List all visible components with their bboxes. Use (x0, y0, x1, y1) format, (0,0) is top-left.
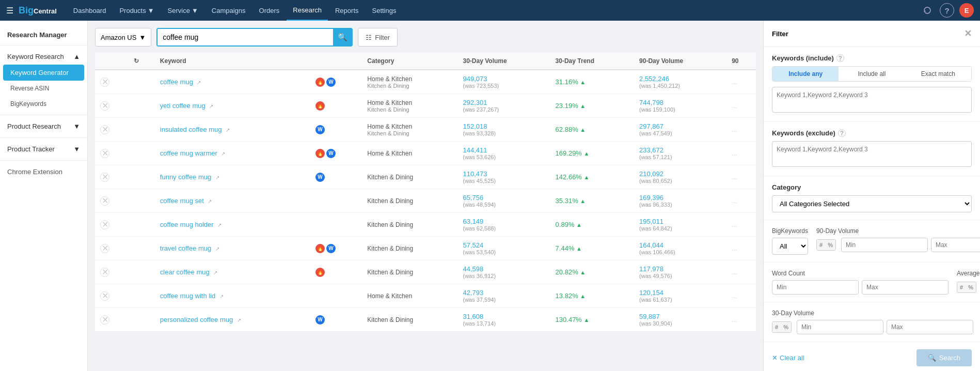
vol90-max-input[interactable] (931, 238, 980, 252)
sidebar-chrome-extension[interactable]: Chrome Extension (0, 164, 87, 180)
sidebar-product-research[interactable]: Product Research ▼ (0, 118, 87, 134)
external-link-icon[interactable]: ↗ (215, 246, 219, 252)
category-main: Kitchen & Dining (367, 221, 452, 228)
vol90-sub: (was 1,450,212) (639, 83, 721, 89)
row-remove-btn[interactable]: ✕ (100, 315, 109, 324)
vol30-pct[interactable]: % (781, 322, 791, 332)
row-remove-btn[interactable]: ✕ (100, 244, 109, 253)
fire-badge: 🔥 (315, 78, 325, 87)
nav-right: ? E (920, 3, 974, 18)
nav-avatar[interactable]: E (959, 3, 974, 18)
nav-campaigns[interactable]: Campaigns (206, 0, 252, 21)
external-link-icon[interactable]: ↗ (237, 317, 241, 323)
vol30-main: 57,524 (463, 241, 545, 249)
vol90-min-input[interactable] (841, 238, 928, 252)
external-link-icon[interactable]: ↗ (219, 293, 224, 299)
clear-all-button[interactable]: ✕ Clear all (772, 354, 804, 362)
keyword-link[interactable]: insulated coffee mug (160, 126, 222, 133)
vol30-min-input[interactable] (797, 320, 883, 334)
exclude-keywords-input[interactable] (772, 141, 972, 167)
vol30-hash[interactable]: # (772, 322, 781, 332)
nav-service[interactable]: Service▼ (162, 0, 204, 21)
nav-dashboard[interactable]: Dashboard (67, 0, 113, 21)
sidebar-keyword-generator[interactable]: Keyword Generator (3, 65, 84, 81)
external-link-icon[interactable]: ↗ (215, 175, 219, 180)
keyword-link[interactable]: coffee mug holder (160, 221, 214, 228)
wordcount-max-input[interactable] (862, 280, 949, 295)
keyword-link[interactable]: coffee mug with lid (160, 292, 215, 300)
row-remove-btn[interactable]: ✕ (100, 125, 109, 134)
external-link-icon[interactable]: ↗ (197, 80, 201, 85)
exclude-help-icon[interactable]: ? (838, 129, 846, 137)
keyword-link[interactable]: personalized coffee mug (160, 316, 233, 323)
trend30: 142.66% ▲ (556, 173, 590, 181)
vol30-max-input[interactable] (887, 320, 973, 334)
bigkeywords-select[interactable]: All (772, 238, 808, 255)
keyword-link[interactable]: yeti coffee mug (160, 102, 206, 110)
nav-settings[interactable]: Settings (366, 0, 403, 21)
avgsales-hash[interactable]: # (957, 282, 966, 292)
nav-products[interactable]: Products▼ (113, 0, 160, 21)
row-remove-btn[interactable]: ✕ (100, 268, 109, 277)
trend30: 20.82% ▲ (556, 268, 586, 276)
external-link-icon[interactable]: ↗ (221, 151, 225, 157)
keyword-link[interactable]: clear coffee mug (160, 268, 210, 276)
sidebar-bigkeywords[interactable]: BigKeywords (0, 96, 87, 112)
external-link-icon[interactable]: ↗ (213, 270, 217, 275)
filter-bigkw-vol90: BigKeywords All 90-Day Volume # % (764, 220, 980, 262)
nav-reports[interactable]: Reports (329, 0, 365, 21)
sidebar-reverse-asin[interactable]: Reverse ASIN (0, 81, 87, 96)
search-filter-button[interactable]: 🔍 Search (916, 349, 972, 366)
row-remove-btn[interactable]: ✕ (100, 196, 109, 206)
filter-close-button[interactable]: ✕ (964, 28, 972, 39)
keyword-link[interactable]: coffee mug (160, 78, 193, 86)
search-input[interactable] (157, 29, 333, 45)
exact-match-btn[interactable]: Exact match (905, 67, 971, 81)
keyword-link[interactable]: funny coffee mug (160, 173, 212, 181)
external-link-icon[interactable]: ↗ (208, 198, 212, 204)
category-main: Kitchen & Dining (367, 269, 452, 276)
category-main: Home & Kitchen (367, 99, 452, 106)
vol30-sub: (was 93,328) (463, 130, 545, 136)
include-all-btn[interactable]: Include all (839, 67, 905, 81)
external-link-icon[interactable]: ↗ (226, 127, 230, 133)
vol90-sub: (was 61,637) (639, 297, 721, 303)
keyword-link[interactable]: coffee mug warmer (160, 149, 217, 157)
row-remove-btn[interactable]: ✕ (100, 291, 109, 301)
row-remove-btn[interactable]: ✕ (100, 220, 109, 229)
include-help-icon[interactable]: ? (836, 54, 844, 62)
vol90-hash[interactable]: # (817, 240, 825, 250)
search-bar: Amazon US ▼ 🔍 ☷ Filter (95, 28, 756, 47)
col-remove (95, 53, 129, 70)
keyword-link[interactable]: travel coffee mug (160, 244, 211, 252)
row-remove-btn[interactable]: ✕ (100, 101, 109, 111)
avgsales-pct[interactable]: % (966, 282, 976, 292)
row-remove-btn[interactable]: ✕ (100, 173, 109, 182)
sidebar-product-tracker[interactable]: Product Tracker ▼ (0, 141, 87, 157)
include-toggle-group: Include any Include all Exact match (772, 66, 972, 82)
filter-button[interactable]: ☷ Filter (358, 28, 398, 47)
row-remove-btn[interactable]: ✕ (100, 78, 109, 87)
wordcount-min-input[interactable] (772, 280, 859, 295)
nav-help-icon[interactable]: ? (940, 3, 954, 18)
sidebar-keyword-research[interactable]: Keyword Research ▲ (0, 49, 87, 65)
nav-orders[interactable]: Orders (253, 0, 286, 21)
vol90-main: 195,011 (639, 218, 721, 225)
external-link-icon[interactable]: ↗ (217, 222, 222, 228)
nav-research[interactable]: Research (287, 0, 328, 21)
marketplace-select[interactable]: Amazon US ▼ (95, 28, 151, 47)
vol90-pct[interactable]: % (825, 240, 835, 250)
search-button[interactable]: 🔍 (333, 28, 352, 47)
include-any-btn[interactable]: Include any (772, 67, 839, 81)
external-link-icon[interactable]: ↗ (209, 103, 213, 109)
include-keywords-input[interactable] (772, 87, 972, 113)
col-extra: ... (732, 173, 737, 181)
vol30-sub: (was 62,588) (463, 225, 545, 231)
hamburger-icon[interactable]: ☰ (6, 6, 13, 16)
keyword-link[interactable]: coffee mug set (160, 197, 204, 205)
row-remove-btn[interactable]: ✕ (100, 149, 109, 158)
col-extra: ... (732, 221, 737, 228)
nav-refresh-icon[interactable] (920, 3, 935, 18)
sidebar: Research Manager Keyword Research ▲ Keyw… (0, 21, 88, 371)
category-select[interactable]: All Categories Selected (772, 195, 972, 212)
